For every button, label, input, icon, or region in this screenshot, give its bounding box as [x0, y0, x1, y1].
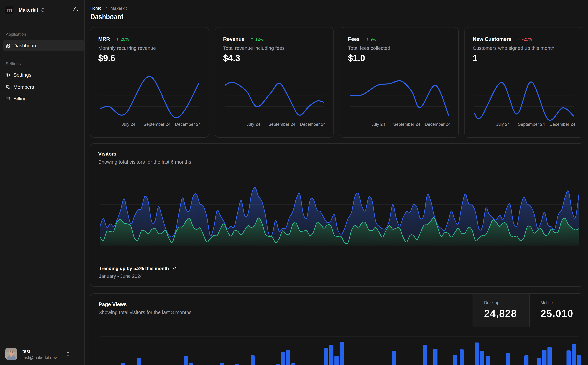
- svg-text:m: m: [6, 7, 12, 14]
